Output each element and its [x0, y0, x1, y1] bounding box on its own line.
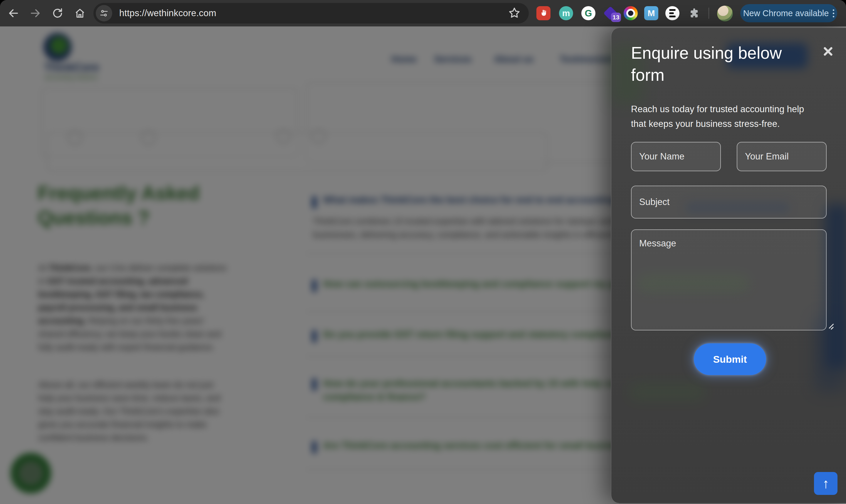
url-text: https://wethinkcore.com — [119, 8, 216, 18]
extension-diamond-icon[interactable]: 13 — [604, 6, 617, 20]
panel-subtitle: Reach us today for trusted accounting he… — [631, 102, 816, 131]
extensions-puzzle-icon[interactable] — [687, 6, 701, 20]
new-chrome-button[interactable]: New Chrome available — [740, 4, 837, 22]
kebab-menu-icon[interactable] — [833, 10, 834, 17]
message-textarea[interactable] — [631, 229, 827, 330]
resize-handle-icon[interactable] — [828, 322, 835, 330]
stripes-extension-icon[interactable] — [665, 6, 680, 20]
back-button[interactable] — [6, 6, 21, 20]
home-button[interactable] — [73, 6, 87, 20]
camera-extension-icon[interactable] — [624, 6, 638, 20]
email-input[interactable] — [737, 142, 827, 171]
profile-avatar[interactable] — [717, 5, 733, 22]
extension-m-icon[interactable]: m — [559, 6, 573, 20]
blur-artifact — [629, 383, 705, 401]
grammarly-icon[interactable]: G — [581, 6, 595, 20]
new-chrome-label: New Chrome available — [743, 8, 829, 18]
enquiry-panel: Enquire using below form Reach us today … — [611, 28, 846, 503]
toolbar-divider — [708, 7, 709, 19]
browser-toolbar: https://wethinkcore.com m G 13 M New Chr… — [0, 0, 846, 26]
up-arrow-icon: ↑ — [823, 475, 829, 491]
panel-title: Enquire using below form — [631, 42, 807, 86]
scroll-to-top-button[interactable]: ↑ — [814, 472, 838, 495]
site-settings-icon[interactable] — [96, 5, 112, 21]
name-input[interactable] — [631, 142, 721, 171]
reload-button[interactable] — [51, 6, 65, 20]
close-icon[interactable] — [822, 45, 834, 58]
forward-button[interactable] — [28, 6, 42, 20]
url-bar[interactable]: https://wethinkcore.com — [93, 3, 529, 23]
extension-badge: 13 — [611, 13, 621, 22]
blur-artifact — [825, 204, 846, 368]
adblock-icon[interactable] — [536, 6, 551, 20]
subject-input[interactable] — [631, 186, 827, 218]
bookmark-star-icon[interactable] — [508, 6, 521, 21]
submit-button[interactable]: Submit — [694, 343, 766, 375]
browser-window: https://wethinkcore.com m G 13 M New Chr… — [0, 0, 846, 504]
mail-extension-icon[interactable]: M — [644, 6, 658, 20]
